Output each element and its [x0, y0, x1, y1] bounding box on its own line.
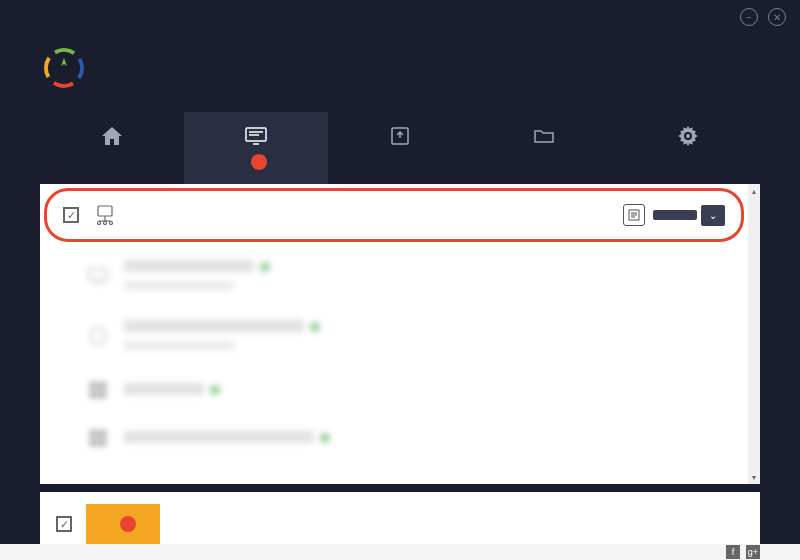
svg-rect-25 [99, 391, 106, 398]
driver-row [40, 366, 748, 414]
display-icon [86, 264, 110, 288]
bottombar: f g+ [0, 544, 800, 560]
update-dropdown-button[interactable]: ⌄ [701, 205, 725, 226]
select-all-checkbox[interactable]: ✓ [56, 516, 72, 532]
driver-row-highlighted: ✓ ⌄ [44, 188, 744, 242]
minimize-button[interactable]: − [740, 8, 758, 26]
svg-rect-28 [90, 439, 97, 446]
tab-driver-updates[interactable] [184, 112, 328, 184]
tab-backup[interactable] [328, 112, 472, 184]
updates-badge [251, 154, 267, 170]
tab-settings[interactable] [616, 112, 760, 184]
driver-name [124, 431, 314, 443]
close-button[interactable]: ✕ [768, 8, 786, 26]
status-dot-icon [320, 433, 330, 443]
driver-list-panel: ✓ ⌄ [40, 184, 760, 484]
windows-icon [86, 378, 110, 402]
tab-restore[interactable] [472, 112, 616, 184]
svg-point-14 [110, 222, 113, 225]
windows-icon [86, 426, 110, 450]
svg-point-12 [98, 222, 101, 225]
scrollbar[interactable]: ▴ ▾ [748, 184, 760, 484]
tab-home[interactable] [40, 112, 184, 184]
download-badge [120, 516, 136, 532]
audio-icon [86, 324, 110, 348]
googleplus-icon[interactable]: g+ [746, 545, 760, 559]
status-dot-icon [260, 262, 270, 272]
svg-rect-23 [99, 382, 106, 389]
driver-name [124, 260, 254, 272]
driver-info [131, 214, 609, 216]
scroll-down-button[interactable]: ▾ [748, 470, 760, 484]
svg-rect-22 [90, 382, 97, 389]
app-logo [40, 44, 88, 92]
driver-row [40, 306, 748, 366]
driver-status [124, 281, 234, 290]
driver-checkbox[interactable]: ✓ [63, 207, 79, 223]
driver-details-button[interactable] [623, 204, 645, 226]
svg-rect-19 [89, 269, 107, 281]
svg-rect-27 [99, 430, 106, 437]
svg-rect-29 [99, 439, 106, 446]
window-topbar: − ✕ [0, 0, 800, 34]
svg-rect-9 [98, 206, 112, 216]
status-dot-icon [310, 322, 320, 332]
gear-icon [676, 126, 700, 146]
svg-point-13 [104, 222, 107, 225]
update-button[interactable] [653, 210, 697, 220]
backup-icon [388, 126, 412, 146]
main-tabs [0, 112, 800, 184]
home-icon [100, 126, 124, 146]
scroll-up-button[interactable]: ▴ [748, 184, 760, 198]
driver-row [40, 414, 748, 462]
driver-row [40, 246, 748, 306]
svg-rect-21 [91, 329, 105, 343]
driver-status [124, 341, 234, 350]
monitor-icon [244, 126, 268, 146]
download-install-button[interactable] [86, 504, 160, 544]
folder-icon [532, 126, 556, 146]
status-dot-icon [210, 385, 220, 395]
app-header [0, 34, 800, 112]
driver-name [124, 320, 304, 332]
driver-name [124, 383, 204, 395]
network-icon [93, 203, 117, 227]
svg-rect-24 [90, 391, 97, 398]
facebook-icon[interactable]: f [726, 545, 740, 559]
svg-rect-26 [90, 430, 97, 437]
